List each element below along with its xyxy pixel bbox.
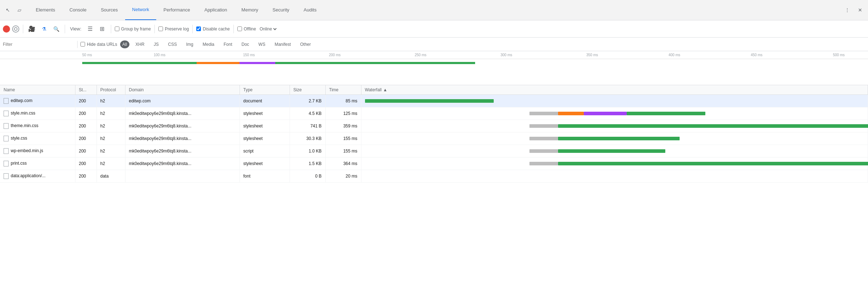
table-row[interactable]: style.css 200 h2 mk0editwpoy6e29m6tq8.ki… [0,132,868,145]
table-row[interactable]: style.min.css 200 h2 mk0editwpoy6e29m6tq… [0,107,868,120]
tab-elements[interactable]: Elements [29,0,62,20]
view-list-icon[interactable]: ☰ [85,24,95,34]
filter-doc-button[interactable]: Doc [238,41,252,48]
tab-bar-right: ⋮ ✕ [842,5,865,15]
record-button[interactable] [3,25,10,33]
tab-memory[interactable]: Memory [234,0,265,20]
tick-300ms: 300 ms [500,53,512,57]
disable-cache-checkbox[interactable] [196,26,201,31]
cell-time: 20 ms [325,170,361,183]
filter-font-button[interactable]: Font [220,41,235,48]
network-table-wrapper[interactable]: Name St... Protocol Domain Type Size Tim… [0,85,868,305]
th-size[interactable]: Size [290,85,325,95]
table-row[interactable]: data:application/... 200 data font 0 B 2… [0,170,868,183]
waterfall-green-bar [558,137,680,140]
filter-js-button[interactable]: JS [151,41,162,48]
preserve-log-checkbox[interactable] [158,26,163,31]
timeline-purple-bar [240,62,275,64]
waterfall-gray-bar [529,137,558,140]
more-options-icon[interactable]: ⋮ [842,5,852,15]
preserve-log-label[interactable]: Preserve log [158,26,189,32]
hide-data-urls-checkbox[interactable] [80,42,85,47]
filter-img-button[interactable]: Img [183,41,197,48]
tab-network[interactable]: Network [125,0,157,20]
tab-security[interactable]: Security [265,0,296,20]
filter-ws-button[interactable]: WS [255,41,268,48]
cell-size: 2.7 KB [290,95,325,107]
filter-all-button[interactable]: All [120,40,129,48]
table-row[interactable]: theme.min.css 200 h2 mk0editwpoy6e29m6tq… [0,120,868,132]
cell-time: 155 ms [325,145,361,158]
cell-time: 85 ms [325,95,361,107]
cell-domain: mk0editwpoy6e29m6tq8.kinsta... [125,158,240,170]
tab-console[interactable]: Console [62,0,94,20]
camera-icon[interactable]: 🎥 [27,24,37,34]
waterfall-purple-bar [584,112,627,115]
devtools-icons: ↖ ▱ [3,5,24,15]
clear-button[interactable] [12,25,19,33]
filter-xhr-button[interactable]: XHR [132,41,148,48]
cell-size: 0 B [290,170,325,183]
tab-sources[interactable]: Sources [94,0,125,20]
table-row[interactable]: wp-embed.min.js 200 h2 mk0editwpoy6e29m6… [0,145,868,158]
offline-label[interactable]: Offline [237,26,256,32]
filter-manifest-button[interactable]: Manifest [271,41,294,48]
th-protocol[interactable]: Protocol [97,85,125,95]
th-domain[interactable]: Domain [125,85,240,95]
tick-50ms: 50 ms [82,53,92,57]
cell-time: 359 ms [325,120,361,132]
th-status[interactable]: St... [75,85,97,95]
filter-media-button[interactable]: Media [199,41,218,48]
th-name[interactable]: Name [0,85,75,95]
filter-separator [77,41,78,48]
waterfall-gray-bar [529,124,558,128]
waterfall-orange-bar [558,112,584,115]
cell-waterfall [361,158,868,170]
filter-css-button[interactable]: CSS [165,41,180,48]
group-by-frame-label[interactable]: Group by frame [115,26,151,32]
cell-waterfall [361,132,868,145]
view-grid-icon[interactable]: ⊞ [97,24,107,34]
offline-checkbox[interactable] [237,26,242,31]
filter-input[interactable] [3,42,74,47]
cell-domain: mk0editwpoy6e29m6tq8.kinsta... [125,145,240,158]
cell-domain: mk0editwpoy6e29m6tq8.kinsta... [125,107,240,120]
table-row[interactable]: print.css 200 h2 mk0editwpoy6e29m6tq8.ki… [0,158,868,170]
cell-size: 741 B [290,120,325,132]
tab-bar: ↖ ▱ Elements Console Sources Network Per… [0,0,868,20]
cell-domain: mk0editwpoy6e29m6tq8.kinsta... [125,132,240,145]
th-time[interactable]: Time [325,85,361,95]
waterfall-green-bar [365,99,494,103]
disable-cache-label[interactable]: Disable cache [196,26,230,32]
th-type[interactable]: Type [240,85,290,95]
group-by-frame-checkbox[interactable] [115,26,119,31]
cursor-icon[interactable]: ↖ [3,5,13,15]
cell-protocol: h2 [97,120,125,132]
network-throttle-select[interactable]: Online [258,26,278,32]
tab-application[interactable]: Application [197,0,235,20]
tick-450ms: 450 ms [751,53,763,57]
toolbar-separator-3 [111,25,111,33]
th-waterfall[interactable]: Waterfall ▲ [361,85,868,95]
cell-name: theme.min.css [0,120,75,132]
hide-data-urls-label[interactable]: Hide data URLs [80,42,117,47]
cell-domain: mk0editwpoy6e29m6tq8.kinsta... [125,120,240,132]
tab-performance[interactable]: Performance [156,0,197,20]
cell-status: 200 [75,158,97,170]
cell-time: 155 ms [325,132,361,145]
cell-name: data:application/... [0,170,75,183]
table-row[interactable]: editwp.com 200 h2 editwp.com document 2.… [0,95,868,107]
file-icon [4,148,9,154]
close-icon[interactable]: ✕ [855,5,865,15]
search-icon[interactable]: 🔍 [51,24,61,34]
file-icon [4,123,9,129]
filter-icon[interactable]: ⚗ [39,24,49,34]
cell-waterfall [361,107,868,120]
tab-audits[interactable]: Audits [296,0,324,20]
cell-name: style.min.css [0,107,75,120]
filter-other-button[interactable]: Other [297,41,314,48]
cell-type: document [240,95,290,107]
toolbar-separator-2 [65,25,65,33]
cell-waterfall [361,170,868,183]
device-toolbar-icon[interactable]: ▱ [14,5,24,15]
